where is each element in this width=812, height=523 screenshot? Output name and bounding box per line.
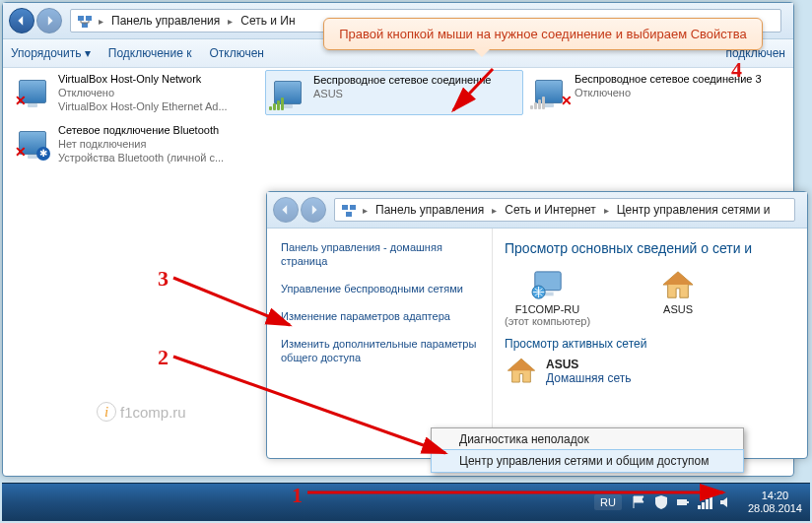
instruction-callout: Правой кнопкой мыши на нужное соединение… — [323, 18, 763, 50]
tray-context-menu: Диагностика неполадок Центр управления с… — [431, 427, 744, 473]
svg-rect-14 — [710, 496, 712, 509]
connection-title: Сетевое подключение Bluetooth — [58, 123, 224, 137]
breadcrumb-segment[interactable]: Сеть и Ин — [235, 14, 301, 28]
network-icon — [77, 13, 93, 29]
connection-title: VirtualBox Host-Only Network — [58, 72, 228, 86]
connection-item-bluetooth[interactable]: ✕✱ Сетевое подключение Bluetooth Нет под… — [13, 123, 259, 164]
disabled-x-icon: ✕ — [561, 94, 575, 107]
connection-item-vbox[interactable]: ✕ VirtualBox Host-Only Network Отключено… — [13, 72, 259, 113]
annotation-3: 3 — [158, 266, 169, 292]
computer-sub: (этот компьютер) — [505, 315, 590, 327]
this-computer: F1COMP-RU (этот компьютер) — [505, 270, 590, 327]
tray-volume-icon[interactable] — [718, 494, 734, 510]
clock-date: 28.08.2014 — [748, 502, 802, 515]
svg-rect-12 — [702, 502, 705, 509]
svg-rect-5 — [346, 212, 352, 217]
annotation-2: 2 — [158, 345, 169, 370]
tray-network-icon[interactable] — [697, 494, 712, 510]
svg-rect-1 — [86, 16, 92, 21]
tray-clock[interactable]: 14:20 28.08.2014 — [748, 490, 802, 515]
connection-adapter: VirtualBox Host-Only Ethernet Ad... — [58, 99, 228, 113]
svg-rect-11 — [698, 505, 701, 509]
main-panel: Просмотр основных сведений о сети и F1CO… — [493, 229, 807, 451]
breadcrumb-segment[interactable]: Панель управления — [105, 14, 226, 28]
menu-diagnose[interactable]: Диагностика неполадок — [432, 428, 743, 450]
connect-to-button[interactable]: Подключение к — [108, 46, 192, 60]
watermark: if1comp.ru — [97, 402, 186, 422]
menu-network-center[interactable]: Центр управления сетями и общим доступом — [431, 449, 744, 473]
connection-title: Беспроводное сетевое соединение — [313, 73, 491, 87]
connection-status: Отключено — [575, 86, 762, 99]
active-network-type[interactable]: Домашняя сеть — [546, 371, 631, 385]
system-tray: RU 14:20 28.08.2014 — [594, 490, 810, 515]
nav-forward-button[interactable] — [36, 8, 62, 33]
sidebar-sharing-link[interactable]: Изменить дополнительные параметры общего… — [281, 337, 478, 364]
house-icon — [505, 357, 538, 386]
taskbar: RU 14:20 28.08.2014 — [2, 483, 810, 521]
nav-back-button[interactable] — [273, 197, 299, 223]
nav-back-button[interactable] — [9, 8, 34, 33]
disabled-x-icon: ✕ — [15, 94, 29, 107]
breadcrumb-segment[interactable]: Панель управления — [370, 203, 490, 217]
organize-menu[interactable]: Упорядочить ▾ — [11, 46, 91, 60]
clock-time: 14:20 — [748, 490, 802, 502]
tray-power-icon[interactable] — [675, 494, 691, 510]
computer-name: F1COMP-RU — [505, 303, 590, 315]
sidebar-adapter-link[interactable]: Изменение параметров адаптера — [281, 309, 478, 323]
svg-rect-3 — [342, 205, 348, 210]
disabled-x-icon: ✕ — [15, 145, 29, 159]
active-network[interactable]: ASUS Домашняя сеть — [505, 357, 795, 386]
language-indicator[interactable]: RU — [594, 494, 622, 510]
callout-text: Правой кнопкой мыши на нужное соединение… — [339, 27, 747, 41]
active-network-name: ASUS — [546, 358, 631, 371]
svg-rect-4 — [350, 205, 356, 210]
tray-flag-icon[interactable] — [632, 494, 647, 510]
titlebar: ▸ Панель управления ▸ Сеть и Интернет ▸ … — [267, 192, 807, 229]
page-heading: Просмотр основных сведений о сети и — [505, 240, 795, 256]
connection-adapter: Устройства Bluetooth (личной с... — [58, 151, 224, 164]
bluetooth-icon: ✱ — [36, 147, 50, 161]
sidebar-home-link[interactable]: Панель управления - домашняя страница — [281, 240, 478, 268]
disconnect-button[interactable]: Отключен — [209, 46, 264, 60]
svg-rect-0 — [78, 16, 84, 21]
signal-bars-off-icon — [530, 96, 546, 109]
access-point: ASUS — [659, 270, 697, 327]
breadcrumb-address[interactable]: ▸ Панель управления ▸ Сеть и Интернет ▸ … — [334, 198, 795, 222]
tray-shield-icon[interactable] — [653, 494, 669, 510]
breadcrumb-segment[interactable]: Сеть и Интернет — [499, 203, 601, 217]
sidebar: Панель управления - домашняя страница Уп… — [267, 229, 493, 451]
house-icon — [659, 270, 697, 301]
svg-rect-10 — [687, 501, 689, 503]
connection-ssid: ASUS — [313, 87, 491, 100]
connection-item-wifi-selected[interactable]: Беспроводное сетевое соединение ASUS — [265, 70, 523, 115]
breadcrumb-segment[interactable]: Центр управления сетями и — [611, 203, 777, 217]
sidebar-wireless-link[interactable]: Управление беспроводными сетями — [281, 282, 478, 295]
annotation-4: 4 — [731, 57, 742, 83]
network-icon — [341, 202, 357, 218]
annotation-1: 1 — [292, 483, 303, 508]
svg-rect-9 — [677, 499, 687, 505]
ap-name: ASUS — [659, 303, 697, 315]
svg-rect-13 — [706, 499, 709, 509]
connection-status: Нет подключения — [58, 137, 224, 151]
signal-bars-icon — [269, 97, 285, 110]
network-sharing-center-window: ▸ Панель управления ▸ Сеть и Интернет ▸ … — [266, 191, 808, 459]
nav-forward-button[interactable] — [301, 197, 326, 223]
computer-globe-icon — [529, 270, 567, 301]
active-networks-label: Просмотр активных сетей — [505, 337, 795, 351]
connection-status: Отключено — [58, 86, 228, 99]
